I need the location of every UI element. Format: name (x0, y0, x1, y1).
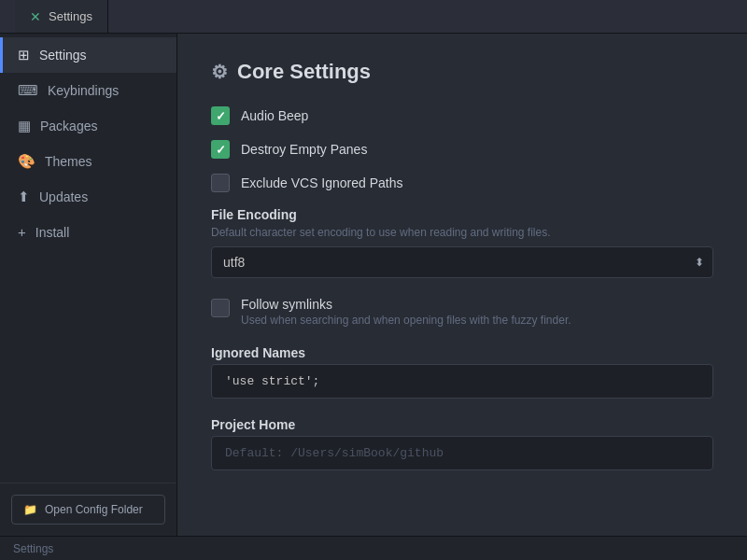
sidebar-item-label: Settings (39, 48, 87, 63)
file-encoding-hint: Default character set encoding to use wh… (211, 226, 713, 239)
sidebar-item-keybindings[interactable]: ⌨ Keybindings (0, 73, 176, 108)
ignored-names-input[interactable] (211, 364, 713, 399)
keybindings-icon: ⌨ (18, 82, 38, 99)
updates-icon: ⬆ (18, 189, 30, 205)
audio-beep-label: Audio Beep (241, 108, 308, 123)
sidebar-spacer (0, 249, 176, 483)
file-encoding-label: File Encoding (211, 207, 713, 222)
sidebar-item-packages[interactable]: ▦ Packages (0, 108, 176, 144)
sidebar-bottom: 📁 Open Config Folder (0, 483, 176, 536)
sidebar-item-install[interactable]: + Install (0, 215, 176, 249)
sidebar-item-updates[interactable]: ⬆ Updates (0, 179, 176, 215)
sidebar-item-settings[interactable]: ⊞ Settings (0, 37, 176, 73)
open-config-button[interactable]: 📁 Open Config Folder (11, 495, 165, 525)
sidebar-item-label: Themes (45, 154, 92, 169)
status-bar-label: Settings (13, 542, 53, 555)
exclude-vcs-checkbox[interactable] (211, 174, 230, 192)
file-encoding-select-wrapper: utf8 utf-16 ascii latin1 ⬍ (211, 246, 713, 278)
destroy-empty-panes-row: Destroy Empty Panes (211, 140, 713, 159)
exclude-vcs-label: Exclude VCS Ignored Paths (241, 175, 403, 190)
folder-icon: 📁 (23, 503, 37, 516)
sidebar-item-label: Updates (39, 189, 88, 204)
settings-tab[interactable]: ✕ Settings (15, 0, 108, 33)
install-icon: + (18, 224, 26, 240)
follow-symlinks-hint: Used when searching and when opening fil… (241, 314, 571, 327)
destroy-empty-panes-label: Destroy Empty Panes (241, 142, 367, 157)
settings-tab-icon: ✕ (30, 9, 41, 24)
ignored-names-group: Ignored Names (211, 345, 713, 399)
file-encoding-group: File Encoding Default character set enco… (211, 207, 713, 278)
sidebar-item-label: Keybindings (48, 83, 119, 98)
project-home-input[interactable] (211, 436, 713, 470)
project-home-group: Project Home (211, 417, 713, 470)
gear-icon: ⚙ (211, 61, 228, 83)
follow-symlinks-group: Follow symlinks Used when searching and … (211, 297, 713, 327)
file-encoding-select[interactable]: utf8 utf-16 ascii latin1 (211, 246, 713, 278)
main-layout: ⊞ Settings ⌨ Keybindings ▦ Packages 🎨 Th… (0, 34, 747, 536)
sidebar-item-label: Install (35, 225, 70, 240)
sidebar-item-themes[interactable]: 🎨 Themes (0, 144, 176, 179)
follow-symlinks-checkbox[interactable] (211, 299, 230, 317)
status-bar: Settings (0, 536, 747, 560)
destroy-empty-panes-checkbox[interactable] (211, 140, 230, 159)
section-title: ⚙ Core Settings (211, 60, 713, 84)
packages-icon: ▦ (18, 118, 31, 134)
follow-symlinks-label: Follow symlinks (241, 297, 571, 312)
settings-icon: ⊞ (18, 47, 30, 63)
settings-tab-label: Settings (49, 9, 92, 23)
audio-beep-row: Audio Beep (211, 106, 713, 125)
ignored-names-label: Ignored Names (211, 345, 713, 360)
sidebar-item-label: Packages (40, 119, 97, 133)
project-home-label: Project Home (211, 417, 713, 432)
content-area: ⚙ Core Settings Audio Beep Destroy Empty… (177, 34, 747, 536)
themes-icon: 🎨 (18, 153, 35, 170)
title-bar: ✕ Settings (0, 0, 747, 34)
follow-symlinks-text: Follow symlinks Used when searching and … (241, 297, 571, 327)
exclude-vcs-row: Exclude VCS Ignored Paths (211, 174, 713, 192)
sidebar: ⊞ Settings ⌨ Keybindings ▦ Packages 🎨 Th… (0, 34, 177, 536)
audio-beep-checkbox[interactable] (211, 106, 230, 125)
